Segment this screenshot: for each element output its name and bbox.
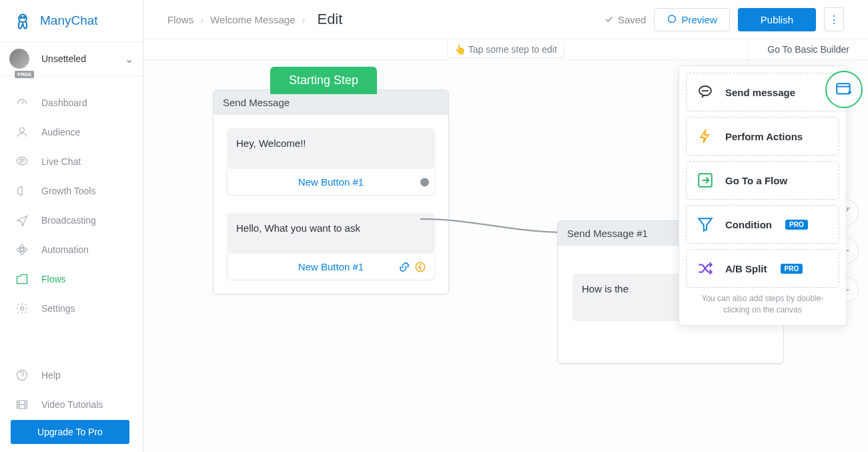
add-condition[interactable]: Condition PRO — [686, 205, 839, 244]
svg-point-3 — [20, 128, 25, 132]
gear-icon — [15, 302, 29, 315]
nav-flows[interactable]: Flows — [0, 264, 143, 294]
nav-label: Live Chat — [41, 156, 81, 167]
sidebar: ManyChat FREE Unsetteled ⌄ Dashboard Aud… — [0, 0, 143, 452]
automation-icon — [15, 243, 29, 256]
nav-livechat[interactable]: Live Chat — [0, 147, 143, 176]
message-button[interactable]: New Button #1 — [227, 254, 435, 280]
hint-banner: 👆 Tap some step to edit — [447, 41, 564, 58]
nav-label: Growth Tools — [41, 186, 95, 196]
preview-button[interactable]: Preview — [654, 8, 729, 31]
svg-point-1 — [21, 17, 22, 18]
account-name: Unsetteled — [41, 53, 86, 64]
nav-label: Flows — [41, 274, 66, 284]
manychat-logo-icon — [13, 11, 32, 30]
message-icon — [667, 14, 677, 25]
nav-video[interactable]: Video Tutorials — [0, 390, 143, 419]
nav-settings[interactable]: Settings — [0, 294, 143, 323]
nav-audience[interactable]: Audience — [0, 118, 143, 147]
check-icon — [604, 15, 614, 24]
dashboard-icon — [15, 96, 29, 109]
broadcast-icon — [15, 214, 29, 227]
svg-point-11 — [669, 15, 676, 23]
plan-badge: FREE — [15, 71, 34, 78]
nav-label: Help — [41, 370, 61, 381]
chevron-right-icon: › — [302, 14, 305, 25]
upgrade-button[interactable]: Upgrade To Pro — [11, 420, 129, 444]
page-title: Edit — [317, 11, 342, 28]
connector-handle[interactable] — [420, 178, 429, 186]
video-icon — [15, 398, 29, 411]
svg-point-8 — [21, 307, 24, 310]
pro-badge: PRO — [785, 220, 808, 230]
card-plus-icon — [834, 81, 854, 98]
svg-point-5 — [21, 248, 24, 252]
link-icon — [398, 261, 410, 273]
more-menu-button[interactable]: ⋮ — [824, 7, 844, 31]
message-text[interactable]: Hey, Welcome!! — [227, 128, 435, 169]
chevron-down-icon: ⌄ — [125, 53, 133, 65]
nav-broadcasting[interactable]: Broadcasting — [0, 206, 143, 235]
add-perform-actions[interactable]: Perform Actions — [686, 117, 839, 156]
svg-point-2 — [23, 17, 25, 18]
shuffle-icon — [696, 259, 715, 278]
publish-button[interactable]: Publish — [738, 8, 816, 31]
add-panel-hint: You can also add steps by double-clickin… — [686, 293, 839, 318]
flows-icon — [15, 272, 29, 286]
nav-help[interactable]: Help — [0, 361, 143, 390]
svg-rect-15 — [837, 83, 850, 93]
nav-label: Video Tutorials — [41, 399, 103, 410]
nav-automation[interactable]: Automation — [0, 235, 143, 264]
nav-dashboard[interactable]: Dashboard — [0, 88, 143, 118]
help-icon — [15, 369, 29, 382]
kebab-icon: ⋮ — [829, 13, 839, 26]
chat-icon — [15, 155, 29, 168]
header: Flows › Welcome Message › Edit Saved Pre… — [143, 0, 868, 39]
saved-status: Saved — [604, 14, 646, 25]
add-send-message[interactable]: Send message — [686, 73, 839, 111]
add-ab-split[interactable]: A/B Split PRO — [686, 249, 839, 288]
flow-node-send-message[interactable]: Send Message Hey, Welcome!! New Button #… — [213, 89, 449, 294]
brand-logo[interactable]: ManyChat — [0, 0, 143, 41]
message-button[interactable]: New Button #1 — [227, 169, 435, 196]
subheader: 👆 Tap some step to edit Go To Basic Buil… — [143, 39, 868, 60]
nav-label: Dashboard — [41, 97, 87, 108]
flow-canvas[interactable]: Starting Step Send Message Hey, Welcome!… — [143, 60, 868, 452]
breadcrumb-flows[interactable]: Flows — [167, 14, 193, 25]
starting-step-badge: Starting Step — [270, 67, 377, 94]
nav-label: Settings — [41, 303, 75, 314]
brand-name: ManyChat — [40, 13, 98, 28]
audience-icon — [15, 126, 29, 139]
filter-icon — [696, 215, 715, 234]
action-icon — [414, 261, 426, 273]
growth-icon — [15, 184, 29, 198]
add-step-fab[interactable] — [825, 71, 863, 108]
bolt-icon — [696, 127, 715, 146]
nav-growth[interactable]: Growth Tools — [0, 176, 143, 206]
breadcrumb-flow-name[interactable]: Welcome Message — [210, 14, 295, 25]
basic-builder-link[interactable]: Go To Basic Builder — [748, 39, 868, 59]
nav-label: Audience — [41, 127, 80, 138]
nav-label: Automation — [41, 244, 89, 255]
add-step-panel: Send message Perform Actions Go To a Flo… — [679, 65, 847, 326]
chevron-right-icon: › — [200, 14, 203, 25]
nav-label: Broadcasting — [41, 215, 96, 226]
message-bubble-icon — [696, 83, 715, 101]
account-switcher[interactable]: FREE Unsetteled ⌄ — [0, 41, 143, 76]
pro-badge: PRO — [781, 264, 803, 274]
main-nav: Dashboard Audience Live Chat Growth Tool… — [0, 76, 143, 419]
avatar — [9, 49, 29, 69]
message-text[interactable]: Hello, What you want to ask — [227, 213, 435, 254]
add-goto-flow[interactable]: Go To a Flow — [686, 161, 839, 200]
arrow-box-icon — [696, 171, 715, 190]
